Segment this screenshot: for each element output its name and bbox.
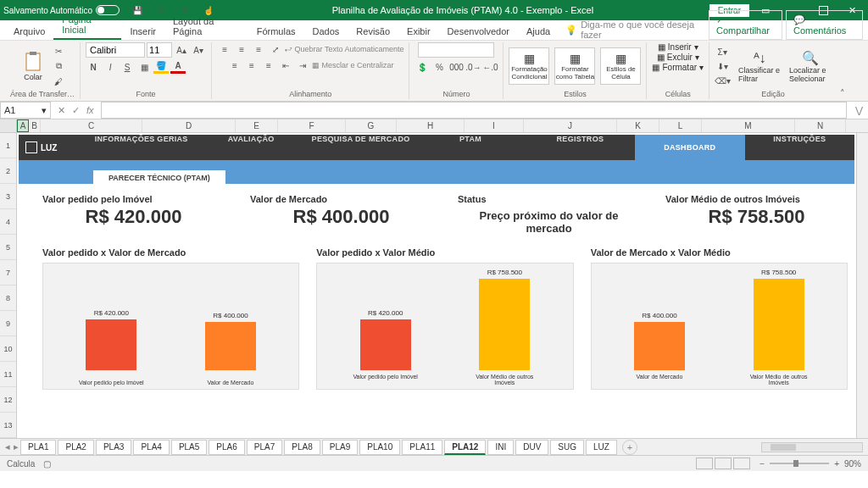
font-name-combo[interactable] — [86, 42, 145, 58]
autosum-icon[interactable]: Σ▾ — [715, 45, 730, 58]
align-middle-icon[interactable]: ≡ — [234, 42, 249, 56]
tab-ajuda[interactable]: Ajuda — [518, 23, 559, 40]
align-bottom-icon[interactable]: ≡ — [251, 42, 266, 56]
sheet-tab[interactable]: PLA4 — [133, 440, 169, 455]
underline-icon[interactable]: S — [120, 60, 135, 74]
cell-styles-button[interactable]: ▦Estilos de Célula — [600, 47, 641, 85]
column-header[interactable]: A — [17, 119, 29, 132]
sheet-canvas[interactable]: LUZ INFORMAÇÕES GERIASAVALIAÇÃOPESQUISA … — [17, 133, 856, 438]
sheet-tab[interactable]: INI — [487, 440, 514, 455]
bold-icon[interactable]: N — [86, 60, 101, 74]
collapse-ribbon-icon[interactable]: ˄ — [837, 88, 849, 99]
wrap-text-button[interactable]: ⮐ Quebrar Texto Automaticamente — [285, 45, 403, 53]
column-header[interactable]: G — [346, 119, 397, 132]
row-header[interactable]: 10 — [0, 336, 16, 362]
sheet-tab[interactable]: PLA1 — [20, 440, 56, 455]
sheet-tab[interactable]: PLA12 — [444, 440, 486, 455]
column-header[interactable]: M — [702, 119, 795, 132]
align-top-icon[interactable]: ≡ — [217, 42, 232, 56]
row-header[interactable]: 1 — [0, 133, 16, 158]
comments-button[interactable]: 💬 Comentários — [786, 10, 863, 40]
sheet-tab[interactable]: PLA9 — [322, 440, 358, 455]
number-format-combo[interactable] — [418, 42, 494, 58]
fx-icon[interactable]: fx — [86, 105, 94, 116]
chart-area[interactable]: R$ 420.000R$ 400.000Valor pedido pelo Im… — [42, 263, 299, 390]
sheet-tab[interactable]: PLA10 — [359, 440, 400, 455]
tab-formulas[interactable]: Fórmulas — [248, 23, 304, 40]
row-header[interactable]: 13 — [0, 413, 16, 438]
zoom-out-icon[interactable]: − — [760, 459, 765, 469]
row-headers[interactable]: 1234578910111213 — [0, 133, 17, 438]
column-headers[interactable]: ABCDEFGHIJKLMN — [0, 119, 868, 133]
zoom-in-icon[interactable]: + — [834, 459, 839, 469]
row-header[interactable]: 8 — [0, 286, 16, 311]
column-header[interactable]: E — [236, 119, 278, 132]
sheet-tab[interactable]: PLA2 — [58, 440, 93, 455]
clear-icon[interactable]: ⌫▾ — [715, 74, 730, 87]
align-left-icon[interactable]: ≡ — [227, 58, 242, 72]
format-cells-button[interactable]: ▦ Formatar ▾ — [652, 63, 704, 72]
chart-area[interactable]: R$ 420.000R$ 758.500Valor pedido pelo Im… — [316, 263, 573, 390]
tab-nav-first-icon[interactable]: ◂ — [5, 441, 10, 452]
row-header[interactable]: 11 — [0, 362, 16, 387]
chart-area[interactable]: R$ 400.000R$ 758.500Valor de MercadoValo… — [591, 263, 848, 390]
decrease-font-icon[interactable]: A▾ — [191, 43, 206, 57]
sheet-tab[interactable]: PLA6 — [209, 440, 244, 455]
expand-formula-icon[interactable]: ⋁ — [850, 105, 868, 116]
parecer-tab[interactable]: PARECER TÉCNICO (PTAM) — [93, 170, 225, 186]
page-layout-view-icon[interactable] — [715, 458, 732, 469]
paste-button[interactable]: Colar — [19, 46, 47, 86]
sheet-tab[interactable]: SUG — [550, 440, 584, 455]
row-header[interactable]: 12 — [0, 387, 16, 413]
format-as-table-button[interactable]: ▦Formatar como Tabela — [554, 47, 595, 85]
share-button[interactable]: ↗ Compartilhar — [709, 10, 782, 40]
dashboard-nav-item[interactable]: PTAM — [415, 135, 525, 160]
normal-view-icon[interactable] — [696, 458, 713, 469]
dashboard-nav-item[interactable]: REGISTROS — [526, 135, 635, 160]
font-color-icon[interactable]: A — [170, 60, 186, 74]
zoom-level[interactable]: 90% — [844, 459, 861, 469]
chevron-down-icon[interactable]: ▾ — [42, 105, 47, 116]
column-header[interactable]: C — [41, 119, 142, 132]
tab-layout[interactable]: Layout da Página — [164, 13, 248, 40]
fill-icon[interactable]: ⬇▾ — [715, 59, 730, 73]
horizontal-scrollbar[interactable] — [637, 442, 863, 452]
fill-color-icon[interactable]: 🪣 — [153, 60, 169, 74]
conditional-formatting-button[interactable]: ▦Formatação Condicional — [509, 47, 549, 85]
sheet-tab[interactable]: DUV — [515, 440, 548, 455]
sheet-tab[interactable]: PLA8 — [284, 440, 320, 455]
tab-pagina-inicial[interactable]: Página Inicial — [53, 11, 121, 40]
sheet-tab[interactable]: PLA5 — [171, 440, 207, 455]
add-sheet-button[interactable]: + — [622, 440, 637, 455]
align-right-icon[interactable]: ≡ — [261, 58, 276, 72]
increase-decimal-icon[interactable]: .0→ — [465, 60, 481, 74]
column-header[interactable]: I — [465, 119, 524, 132]
find-select-button[interactable]: 🔍Localizar e Selecionar — [789, 50, 832, 83]
format-painter-icon[interactable]: 🖌 — [51, 75, 66, 88]
page-break-view-icon[interactable] — [733, 458, 750, 469]
row-header[interactable]: 4 — [0, 209, 16, 235]
zoom-slider[interactable] — [770, 463, 829, 464]
dashboard-nav-item[interactable]: AVALIAÇÃO — [196, 135, 305, 160]
merge-center-button[interactable]: ▦ Mesclar e Centralizar — [312, 61, 394, 69]
font-size-combo[interactable] — [147, 42, 172, 58]
row-header[interactable]: 2 — [0, 158, 16, 184]
delete-cells-button[interactable]: ▦ Excluir ▾ — [657, 53, 699, 62]
tab-inserir[interactable]: Inserir — [121, 23, 164, 40]
row-header[interactable]: 9 — [0, 311, 16, 336]
column-header[interactable]: N — [795, 119, 846, 132]
tab-arquivo[interactable]: Arquivo — [5, 23, 53, 40]
cancel-formula-icon[interactable]: ✕ — [58, 105, 65, 116]
row-header[interactable]: 5 — [0, 235, 16, 260]
cut-icon[interactable]: ✂ — [51, 44, 66, 58]
sheet-tab[interactable]: PLA7 — [247, 440, 282, 455]
sort-filter-button[interactable]: ᴬ↓Classificar e Filtrar — [738, 50, 781, 83]
enter-formula-icon[interactable]: ✓ — [72, 105, 80, 116]
row-header[interactable]: 7 — [0, 260, 16, 286]
dashboard-nav-item[interactable]: DASHBOARD — [635, 135, 744, 160]
tab-revisao[interactable]: Revisão — [348, 23, 398, 40]
column-header[interactable]: J — [524, 119, 617, 132]
sheet-tab[interactable]: PLA11 — [402, 440, 442, 455]
column-header[interactable]: B — [29, 119, 41, 132]
tab-desenvolvedor[interactable]: Desenvolvedor — [439, 23, 518, 40]
